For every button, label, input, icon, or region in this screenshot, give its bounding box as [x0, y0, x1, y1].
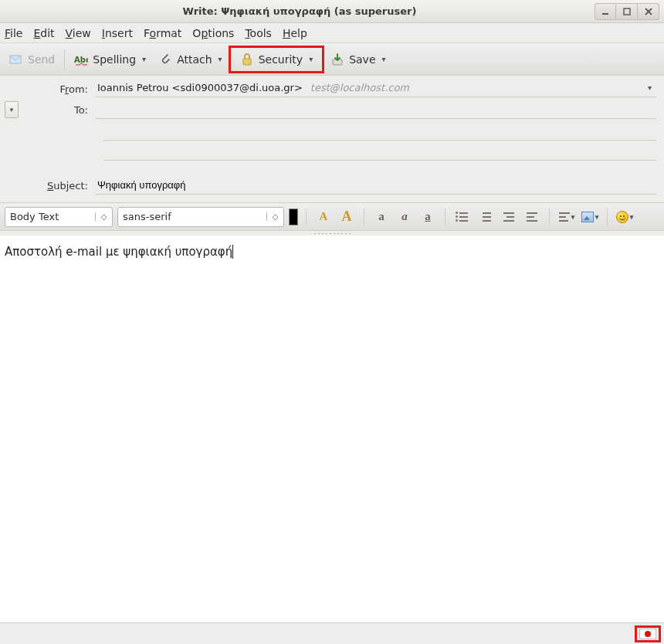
text-align-dropdown[interactable]	[557, 208, 576, 226]
body-text: Αποστολή e-mail με ψηφιακή υπογραφή	[5, 245, 232, 259]
send-label: Send	[28, 53, 55, 66]
from-extra: test@localhost.com	[310, 82, 409, 93]
underline-button[interactable]: a	[418, 208, 437, 226]
from-row: From: Ioannis Petrou <sdi0900037@di.uoa.…	[0, 79, 664, 99]
maximize-button[interactable]	[616, 3, 638, 20]
lock-icon	[240, 53, 254, 66]
language-indicator[interactable]	[639, 629, 656, 639]
indent-button[interactable]	[523, 208, 541, 226]
smiley-icon	[616, 211, 628, 223]
image-icon	[581, 212, 594, 222]
chevron-up-down-icon: ◇	[95, 212, 107, 221]
menu-format[interactable]: Format	[144, 27, 181, 39]
chevron-down-icon: ▾	[648, 83, 655, 92]
chevron-down-icon: ▾	[382, 55, 386, 63]
security-label: Security	[259, 53, 303, 66]
security-button[interactable]: Security ▾	[234, 49, 320, 69]
bold-button[interactable]: a	[372, 208, 391, 226]
security-highlight-box: Security ▾	[229, 46, 325, 73]
font-family-dropdown[interactable]: sans-serif ◇	[117, 207, 284, 227]
statusbar	[0, 622, 664, 644]
text-color-button[interactable]	[289, 208, 298, 225]
menu-edit[interactable]: Edit	[33, 27, 54, 39]
spellcheck-icon: Abc	[74, 53, 88, 66]
flag-dot-icon	[645, 631, 651, 637]
spelling-label: Spelling	[93, 53, 136, 66]
svg-rect-6	[243, 59, 251, 65]
format-separator	[607, 208, 608, 225]
attach-label: Attach	[177, 53, 212, 66]
to-label: To:	[19, 104, 96, 116]
svg-rect-1	[624, 8, 630, 15]
save-label: Save	[349, 53, 375, 66]
toolbar-separator	[64, 49, 65, 69]
compose-headers: From: Ioannis Petrou <sdi0900037@di.uoa.…	[0, 76, 664, 203]
menu-view[interactable]: View	[66, 27, 91, 39]
text-cursor	[232, 245, 233, 259]
chevron-down-icon: ▾	[219, 55, 222, 63]
numbered-list-button[interactable]	[476, 208, 495, 226]
send-icon	[9, 53, 23, 66]
bullet-list-icon	[457, 212, 468, 222]
chevron-down-icon: ▾	[309, 55, 313, 63]
subject-row: Subject:	[0, 175, 664, 196]
bullet-list-button[interactable]	[453, 208, 472, 226]
paragraph-style-dropdown[interactable]: Body Text ◇	[5, 207, 113, 227]
titlebar: Write: Ψηφιακή υπογραφή (as superuser)	[0, 0, 664, 23]
extra-recipient-lines	[103, 127, 656, 161]
to-field[interactable]	[96, 100, 656, 119]
font-size-increase-button[interactable]: A	[337, 208, 356, 226]
main-toolbar: Send Abc Spelling ▾ Attach ▾ Security ▾ …	[0, 43, 664, 76]
svg-text:Abc: Abc	[74, 56, 88, 64]
send-button[interactable]: Send	[3, 49, 61, 69]
insert-image-dropdown[interactable]	[581, 208, 599, 226]
subject-label: Subject:	[0, 180, 96, 192]
message-body[interactable]: Αποστολή e-mail με ψηφιακή υπογραφή	[0, 236, 664, 617]
from-value: Ioannis Petrou <sdi0900037@di.uoa.gr>	[97, 82, 303, 93]
svg-rect-0	[602, 13, 608, 15]
address-line[interactable]	[103, 127, 656, 141]
language-indicator-highlight-box	[635, 625, 661, 642]
address-line[interactable]	[103, 147, 656, 161]
save-button[interactable]: Save ▾	[324, 49, 391, 69]
recipient-type-dropdown[interactable]: ▾	[5, 101, 19, 118]
format-separator	[549, 208, 550, 225]
window-controls	[595, 3, 659, 20]
menu-help[interactable]: Help	[283, 27, 307, 39]
format-separator	[306, 208, 307, 225]
close-button[interactable]	[638, 3, 659, 20]
font-family-value: sans-serif	[123, 211, 262, 222]
menu-file[interactable]: File	[5, 27, 22, 39]
from-dropdown[interactable]: Ioannis Petrou <sdi0900037@di.uoa.gr> te…	[96, 80, 656, 97]
subject-field[interactable]	[96, 176, 656, 195]
window-title: Write: Ψηφιακή υπογραφή (as superuser)	[5, 5, 595, 17]
chevron-down-icon: ▾	[142, 55, 146, 63]
insert-emoticon-dropdown[interactable]	[615, 208, 634, 226]
align-left-icon	[559, 212, 570, 222]
attach-button[interactable]: Attach ▾	[152, 49, 229, 69]
format-separator	[364, 208, 364, 225]
from-label: From:	[0, 83, 96, 95]
format-toolbar: Body Text ◇ sans-serif ◇ A A a a a	[0, 203, 664, 231]
menubar: File Edit View Insert Format Options Too…	[0, 23, 664, 43]
italic-button[interactable]: a	[395, 208, 414, 226]
to-row: ▾ To:	[0, 99, 664, 120]
outdent-button[interactable]	[500, 208, 518, 226]
numbered-list-icon	[480, 212, 491, 222]
indent-icon	[527, 212, 537, 222]
menu-insert[interactable]: Insert	[102, 27, 133, 39]
save-icon	[330, 53, 344, 66]
font-size-decrease-button[interactable]: A	[314, 208, 333, 226]
minimize-button[interactable]	[595, 3, 616, 20]
menu-tools[interactable]: Tools	[245, 27, 272, 39]
format-separator	[445, 208, 445, 225]
spelling-button[interactable]: Abc Spelling ▾	[68, 49, 152, 69]
menu-options[interactable]: Options	[192, 27, 234, 39]
paperclip-icon	[158, 53, 172, 66]
outdent-icon	[503, 212, 514, 222]
chevron-up-down-icon: ◇	[266, 212, 279, 221]
paragraph-style-value: Body Text	[10, 211, 90, 222]
